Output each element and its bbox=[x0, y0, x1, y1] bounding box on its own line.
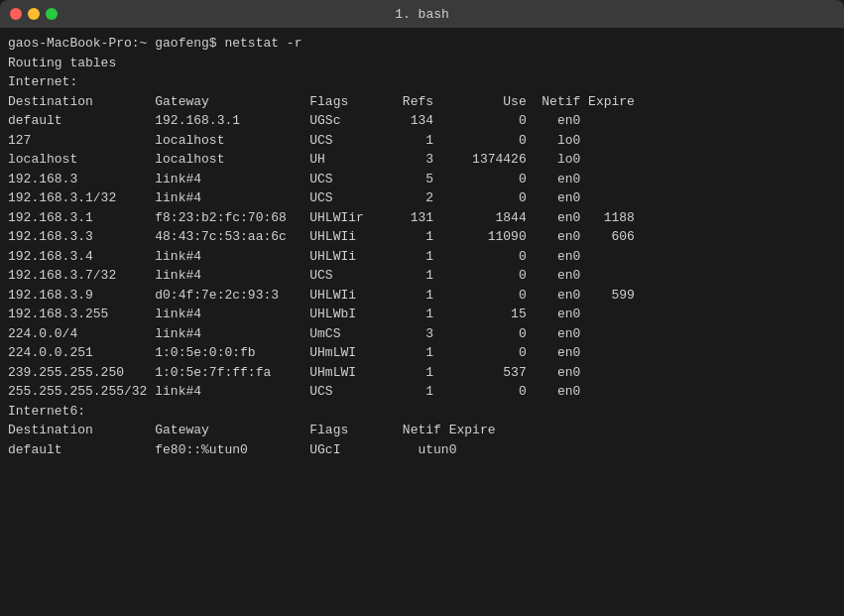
terminal-line-prompt: gaos-MacBook-Pro:~ gaofeng$ netstat -r bbox=[8, 34, 836, 54]
maximize-button[interactable] bbox=[46, 8, 58, 20]
terminal-line-internet6-label: Internet6: bbox=[8, 402, 836, 422]
terminal-line-row6: 192.168.3.1 f8:23:b2:fc:70:68 UHLWIir 13… bbox=[8, 208, 836, 228]
close-button[interactable] bbox=[10, 8, 22, 20]
terminal-line-row6-1: default fe80::%utun0 UGcI utun0 bbox=[8, 440, 836, 460]
terminal-content: gaos-MacBook-Pro:~ gaofeng$ netstat -rRo… bbox=[0, 28, 844, 616]
terminal-line-row15: 255.255.255.255/32 link#4 UCS 1 0 en0 bbox=[8, 382, 836, 402]
terminal-line-col-header6: Destination Gateway Flags Netif Expire bbox=[8, 421, 836, 440]
titlebar: 1. bash bbox=[0, 0, 844, 28]
terminal-line-row14: 239.255.255.250 1:0:5e:7f:ff:fa UHmLWI 1… bbox=[8, 363, 836, 383]
terminal-line-row9: 192.168.3.7/32 link#4 UCS 1 0 en0 bbox=[8, 266, 836, 286]
terminal-line-section-header: Routing tables bbox=[8, 54, 836, 73]
terminal-line-row3: localhost localhost UH 3 1374426 lo0 bbox=[8, 150, 836, 170]
window-controls[interactable] bbox=[10, 8, 58, 20]
window-title: 1. bash bbox=[395, 7, 449, 22]
terminal-line-row12: 224.0.0/4 link#4 UmCS 3 0 en0 bbox=[8, 324, 836, 344]
terminal-line-row2: 127 localhost UCS 1 0 lo0 bbox=[8, 131, 836, 151]
minimize-button[interactable] bbox=[28, 8, 40, 20]
terminal-line-row4: 192.168.3 link#4 UCS 5 0 en0 bbox=[8, 170, 836, 189]
terminal-line-internet-label: Internet: bbox=[8, 72, 836, 92]
terminal-line-row11: 192.168.3.255 link#4 UHLWbI 1 15 en0 bbox=[8, 305, 836, 324]
terminal-line-row5: 192.168.3.1/32 link#4 UCS 2 0 en0 bbox=[8, 188, 836, 208]
terminal-line-row8: 192.168.3.4 link#4 UHLWIi 1 0 en0 bbox=[8, 247, 836, 267]
terminal-line-row1: default 192.168.3.1 UGSc 134 0 en0 bbox=[8, 111, 836, 131]
terminal-line-row13: 224.0.0.251 1:0:5e:0:0:fb UHmLWI 1 0 en0 bbox=[8, 343, 836, 363]
terminal-line-row7: 192.168.3.3 48:43:7c:53:aa:6c UHLWIi 1 1… bbox=[8, 227, 836, 247]
terminal-line-col-header: Destination Gateway Flags Refs Use Netif… bbox=[8, 92, 836, 112]
terminal-line-row10: 192.168.3.9 d0:4f:7e:2c:93:3 UHLWIi 1 0 … bbox=[8, 286, 836, 306]
